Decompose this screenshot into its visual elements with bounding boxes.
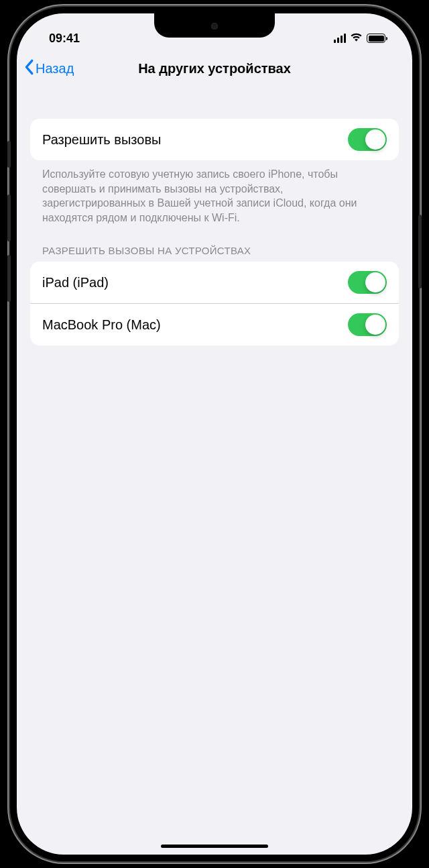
cellular-signal-icon (334, 34, 346, 43)
mute-switch (7, 141, 11, 168)
allow-calls-group: Разрешить вызовы Используйте сотовую уче… (30, 119, 399, 225)
nav-bar: Назад На других устройствах (17, 51, 412, 89)
wifi-icon (350, 32, 363, 46)
back-label: Назад (36, 61, 74, 76)
device-toggle-ipad[interactable] (348, 271, 387, 294)
battery-icon (367, 34, 385, 43)
device-toggle-macbook[interactable] (348, 313, 387, 336)
devices-group: РАЗРЕШИТЬ ВЫЗОВЫ НА УСТРОЙСТВАХ iPad (iP… (30, 245, 399, 345)
notch (154, 13, 275, 38)
phone-frame: 09:41 Назад На других устройств (10, 7, 419, 861)
allow-calls-list: Разрешить вызовы (30, 119, 399, 160)
device-label: iPad (iPad) (42, 275, 109, 290)
back-button[interactable]: Назад (23, 59, 74, 78)
allow-calls-footer: Используйте сотовую учетную запись своег… (30, 160, 399, 225)
status-time: 09:41 (49, 32, 80, 46)
toggle-knob (365, 315, 385, 335)
device-label: MacBook Pro (Mac) (42, 317, 161, 333)
toggle-knob (365, 272, 385, 292)
phone-screen: 09:41 Назад На других устройств (17, 13, 412, 855)
page-title: На других устройствах (138, 61, 291, 76)
allow-calls-row[interactable]: Разрешить вызовы (30, 119, 399, 160)
allow-calls-toggle[interactable] (348, 128, 387, 151)
allow-calls-label: Разрешить вызовы (42, 132, 161, 148)
volume-up-button (7, 195, 11, 241)
device-row-macbook[interactable]: MacBook Pro (Mac) (30, 303, 399, 345)
content: Разрешить вызовы Используйте сотовую уче… (17, 119, 412, 345)
chevron-left-icon (23, 59, 34, 78)
volume-down-button (7, 255, 11, 302)
device-row-ipad[interactable]: iPad (iPad) (30, 262, 399, 303)
devices-header: РАЗРЕШИТЬ ВЫЗОВЫ НА УСТРОЙСТВАХ (30, 245, 399, 262)
home-indicator[interactable] (161, 845, 268, 848)
status-icons (334, 32, 385, 46)
toggle-knob (365, 129, 385, 150)
power-button (418, 215, 422, 288)
devices-list: iPad (iPad) MacBook Pro (Mac) (30, 262, 399, 345)
